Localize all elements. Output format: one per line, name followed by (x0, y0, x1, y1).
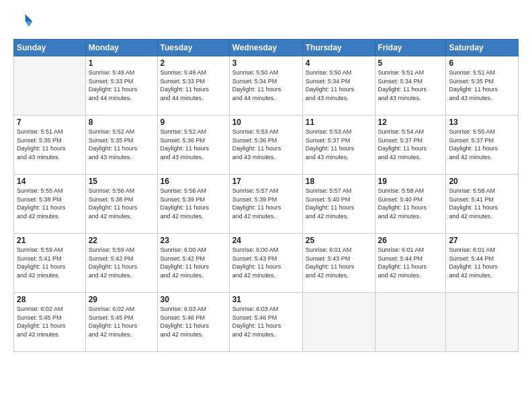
day-number: 27 (449, 236, 515, 245)
calendar-cell: 5Sunrise: 5:51 AM Sunset: 5:34 PM Daylig… (375, 56, 446, 116)
day-number: 29 (89, 295, 154, 304)
calendar-cell (446, 293, 519, 352)
calendar-cell: 31Sunrise: 6:03 AM Sunset: 5:46 PM Dayli… (229, 293, 302, 352)
day-info: Sunrise: 6:00 AM Sunset: 5:43 PM Dayligh… (232, 246, 300, 279)
day-info: Sunrise: 5:51 AM Sunset: 5:34 PM Dayligh… (378, 68, 443, 102)
calendar-cell: 8Sunrise: 5:52 AM Sunset: 5:35 PM Daylig… (85, 116, 157, 175)
day-number: 9 (161, 118, 226, 127)
day-info: Sunrise: 5:51 AM Sunset: 5:35 PM Dayligh… (17, 128, 83, 161)
calendar-cell: 20Sunrise: 5:58 AM Sunset: 5:41 PM Dayli… (446, 175, 519, 234)
weekday-header-saturday: Saturday (446, 40, 519, 56)
day-info: Sunrise: 5:56 AM Sunset: 5:39 PM Dayligh… (161, 187, 226, 220)
day-number: 18 (306, 177, 372, 186)
calendar-cell (14, 56, 86, 116)
page: SundayMondayTuesdayWednesdayThursdayFrid… (0, 0, 532, 411)
calendar-cell: 18Sunrise: 5:57 AM Sunset: 5:40 PM Dayli… (302, 175, 375, 234)
day-info: Sunrise: 6:01 AM Sunset: 5:44 PM Dayligh… (449, 246, 515, 279)
day-number: 11 (306, 118, 372, 127)
calendar-cell: 16Sunrise: 5:56 AM Sunset: 5:39 PM Dayli… (157, 175, 229, 234)
calendar-cell: 6Sunrise: 5:51 AM Sunset: 5:35 PM Daylig… (446, 56, 519, 116)
day-info: Sunrise: 5:54 AM Sunset: 5:37 PM Dayligh… (378, 128, 443, 161)
calendar-cell: 12Sunrise: 5:54 AM Sunset: 5:37 PM Dayli… (375, 116, 446, 175)
calendar-cell: 13Sunrise: 5:55 AM Sunset: 5:37 PM Dayli… (446, 116, 519, 175)
day-info: Sunrise: 5:50 AM Sunset: 5:34 PM Dayligh… (232, 68, 300, 102)
weekday-header-thursday: Thursday (302, 40, 375, 56)
day-number: 30 (161, 295, 226, 304)
calendar-cell: 9Sunrise: 5:52 AM Sunset: 5:36 PM Daylig… (157, 116, 229, 175)
day-number: 31 (232, 295, 300, 304)
day-info: Sunrise: 5:59 AM Sunset: 5:41 PM Dayligh… (17, 246, 83, 279)
day-number: 16 (161, 177, 226, 186)
logo (13, 12, 34, 34)
calendar-cell: 28Sunrise: 6:02 AM Sunset: 5:45 PM Dayli… (14, 293, 86, 352)
day-info: Sunrise: 5:59 AM Sunset: 5:42 PM Dayligh… (89, 246, 154, 279)
weekday-header-tuesday: Tuesday (157, 40, 229, 56)
day-number: 7 (17, 118, 83, 127)
weekday-header-friday: Friday (375, 40, 446, 56)
day-info: Sunrise: 5:55 AM Sunset: 5:38 PM Dayligh… (17, 187, 83, 220)
calendar-cell: 27Sunrise: 6:01 AM Sunset: 5:44 PM Dayli… (446, 234, 519, 293)
day-info: Sunrise: 5:53 AM Sunset: 5:36 PM Dayligh… (232, 128, 300, 161)
day-number: 19 (378, 177, 443, 186)
calendar-cell: 10Sunrise: 5:53 AM Sunset: 5:36 PM Dayli… (229, 116, 302, 175)
day-number: 15 (89, 177, 154, 186)
day-number: 10 (232, 118, 300, 127)
calendar-cell: 23Sunrise: 6:00 AM Sunset: 5:42 PM Dayli… (157, 234, 229, 293)
calendar-cell: 21Sunrise: 5:59 AM Sunset: 5:41 PM Dayli… (14, 234, 86, 293)
calendar-cell: 25Sunrise: 6:01 AM Sunset: 5:43 PM Dayli… (302, 234, 375, 293)
day-info: Sunrise: 5:51 AM Sunset: 5:35 PM Dayligh… (449, 68, 515, 102)
weekday-header-row: SundayMondayTuesdayWednesdayThursdayFrid… (14, 40, 519, 56)
day-info: Sunrise: 6:02 AM Sunset: 5:45 PM Dayligh… (89, 305, 154, 338)
week-row-5: 28Sunrise: 6:02 AM Sunset: 5:45 PM Dayli… (14, 293, 519, 352)
day-number: 21 (17, 236, 83, 245)
day-number: 3 (232, 58, 300, 68)
calendar-cell: 4Sunrise: 5:50 AM Sunset: 5:34 PM Daylig… (302, 56, 375, 116)
day-number: 20 (449, 177, 515, 186)
calendar-cell: 26Sunrise: 6:01 AM Sunset: 5:44 PM Dayli… (375, 234, 446, 293)
day-info: Sunrise: 5:55 AM Sunset: 5:37 PM Dayligh… (449, 128, 515, 161)
day-number: 6 (449, 58, 515, 68)
calendar-cell: 19Sunrise: 5:58 AM Sunset: 5:40 PM Dayli… (375, 175, 446, 234)
header (13, 12, 519, 34)
day-number: 28 (17, 295, 83, 304)
calendar-cell: 22Sunrise: 5:59 AM Sunset: 5:42 PM Dayli… (85, 234, 157, 293)
day-info: Sunrise: 5:56 AM Sunset: 5:38 PM Dayligh… (89, 187, 154, 220)
day-number: 14 (17, 177, 83, 186)
logo-icon (15, 12, 34, 31)
day-number: 23 (161, 236, 226, 245)
calendar-cell: 7Sunrise: 5:51 AM Sunset: 5:35 PM Daylig… (14, 116, 86, 175)
day-info: Sunrise: 5:57 AM Sunset: 5:39 PM Dayligh… (232, 187, 300, 220)
calendar-cell: 30Sunrise: 6:03 AM Sunset: 5:46 PM Dayli… (157, 293, 229, 352)
week-row-1: 1Sunrise: 5:49 AM Sunset: 5:33 PM Daylig… (14, 56, 519, 116)
day-number: 12 (378, 118, 443, 127)
day-info: Sunrise: 5:57 AM Sunset: 5:40 PM Dayligh… (306, 187, 372, 220)
day-info: Sunrise: 6:01 AM Sunset: 5:44 PM Dayligh… (378, 246, 443, 279)
day-info: Sunrise: 6:03 AM Sunset: 5:46 PM Dayligh… (232, 305, 300, 338)
day-info: Sunrise: 6:01 AM Sunset: 5:43 PM Dayligh… (306, 246, 372, 279)
day-info: Sunrise: 5:49 AM Sunset: 5:33 PM Dayligh… (89, 68, 154, 102)
day-info: Sunrise: 5:58 AM Sunset: 5:41 PM Dayligh… (449, 187, 515, 220)
day-info: Sunrise: 5:53 AM Sunset: 5:37 PM Dayligh… (306, 128, 372, 161)
calendar-cell: 29Sunrise: 6:02 AM Sunset: 5:45 PM Dayli… (85, 293, 157, 352)
day-number: 5 (378, 58, 443, 68)
calendar-cell (375, 293, 446, 352)
day-info: Sunrise: 5:49 AM Sunset: 5:33 PM Dayligh… (161, 68, 226, 102)
day-number: 2 (161, 58, 226, 68)
calendar-cell (302, 293, 375, 352)
week-row-2: 7Sunrise: 5:51 AM Sunset: 5:35 PM Daylig… (14, 116, 519, 175)
day-info: Sunrise: 5:58 AM Sunset: 5:40 PM Dayligh… (378, 187, 443, 220)
day-number: 25 (306, 236, 372, 245)
day-number: 26 (378, 236, 443, 245)
calendar-cell: 14Sunrise: 5:55 AM Sunset: 5:38 PM Dayli… (14, 175, 86, 234)
svg-marker-0 (26, 14, 33, 21)
day-info: Sunrise: 6:03 AM Sunset: 5:46 PM Dayligh… (161, 305, 226, 338)
day-info: Sunrise: 5:50 AM Sunset: 5:34 PM Dayligh… (306, 68, 372, 102)
calendar-cell: 24Sunrise: 6:00 AM Sunset: 5:43 PM Dayli… (229, 234, 302, 293)
calendar-cell: 17Sunrise: 5:57 AM Sunset: 5:39 PM Dayli… (229, 175, 302, 234)
day-number: 24 (232, 236, 300, 245)
weekday-header-wednesday: Wednesday (229, 40, 302, 56)
calendar-table: SundayMondayTuesdayWednesdayThursdayFrid… (13, 39, 519, 352)
day-info: Sunrise: 6:00 AM Sunset: 5:42 PM Dayligh… (161, 246, 226, 279)
week-row-3: 14Sunrise: 5:55 AM Sunset: 5:38 PM Dayli… (14, 175, 519, 234)
calendar-cell: 3Sunrise: 5:50 AM Sunset: 5:34 PM Daylig… (229, 56, 302, 116)
